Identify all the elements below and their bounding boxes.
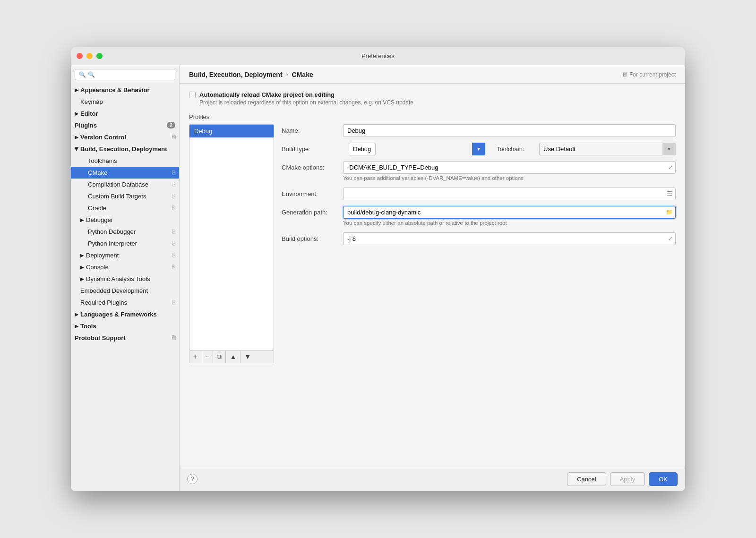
- cmake-options-row: CMake options: ⤢ You can pass additional…: [282, 161, 676, 186]
- move-down-button[interactable]: ▼: [241, 351, 255, 363]
- build-type-row: Build type: Debug ▼ Toolchain: Use Def: [282, 143, 676, 155]
- cancel-button[interactable]: Cancel: [567, 472, 606, 486]
- sidebar-item-dynamic-analysis[interactable]: ▶ Dynamic Analysis Tools: [71, 273, 179, 285]
- remove-profile-button[interactable]: −: [201, 351, 213, 363]
- help-button[interactable]: ?: [187, 474, 198, 484]
- search-box[interactable]: 🔍: [75, 69, 175, 80]
- env-icon: ☰: [667, 190, 673, 197]
- close-button[interactable]: [77, 53, 83, 59]
- sidebar-item-label: Version Control: [80, 134, 126, 141]
- sidebar-item-label: Build, Execution, Deployment: [80, 145, 167, 153]
- for-project: 🖥 For current project: [622, 71, 676, 78]
- sidebar-item-version-control[interactable]: ▶ Version Control ⎘: [71, 131, 179, 143]
- sidebar-item-embedded-dev[interactable]: Embedded Development: [71, 285, 179, 297]
- sidebar-item-python-interpreter[interactable]: Python Interpreter ⎘: [71, 238, 179, 249]
- arrow-icon: ▶: [80, 217, 84, 222]
- sidebar-item-plugins[interactable]: Plugins 2: [71, 120, 179, 131]
- sidebar-item-label: Dynamic Analysis Tools: [86, 275, 150, 282]
- project-icon: 🖥: [622, 71, 627, 78]
- window-controls: [77, 53, 103, 59]
- arrow-icon: ▶: [80, 265, 84, 270]
- autoreload-checkbox[interactable]: [189, 92, 196, 98]
- copy-icon: ⎘: [172, 264, 175, 270]
- sidebar-item-label: Required Plugins: [80, 299, 127, 306]
- window-title: Preferences: [361, 52, 395, 60]
- copy-profile-button[interactable]: ⧉: [213, 351, 226, 363]
- sidebar-item-compilation-db[interactable]: Compilation Database ⎘: [71, 179, 179, 190]
- build-options-input-wrap: ⤢: [343, 232, 676, 245]
- build-type-select-wrapper: Debug ▼: [349, 143, 485, 155]
- sidebar-item-console[interactable]: ▶ Console ⎘: [71, 261, 179, 273]
- plugins-badge: 2: [167, 122, 175, 128]
- sidebar-item-label: Deployment: [86, 252, 119, 259]
- form-area: Name: Build type: Debug ▼: [282, 124, 676, 363]
- ok-button[interactable]: OK: [649, 472, 678, 486]
- arrow-icon: ▶: [75, 135, 78, 140]
- breadcrumb-part2: CMake: [292, 71, 313, 78]
- sidebar-item-required-plugins[interactable]: Required Plugins ⎘: [71, 297, 179, 308]
- main-area: 🔍 ▶ Appearance & Behavior Keymap ▶ Edito…: [71, 65, 685, 491]
- cmake-options-input[interactable]: [343, 161, 676, 174]
- maximize-button[interactable]: [96, 53, 103, 59]
- cmake-options-input-wrap: ⤢: [343, 161, 676, 174]
- help-icon: ?: [191, 476, 194, 482]
- sidebar-item-editor[interactable]: ▶ Editor: [71, 108, 179, 120]
- gen-path-label: Generation path:: [282, 209, 343, 216]
- build-type-label: Build type:: [282, 145, 343, 153]
- sidebar-item-gradle[interactable]: Gradle ⎘: [71, 202, 179, 214]
- autoreload-row: Automatically reload CMake project on ed…: [189, 91, 676, 106]
- sidebar-item-appearance[interactable]: ▶ Appearance & Behavior: [71, 84, 179, 96]
- arrow-icon: ▶: [80, 276, 84, 282]
- profile-item-label: Debug: [194, 128, 212, 135]
- sidebar-item-label: Console: [86, 264, 109, 271]
- gen-path-input[interactable]: [343, 206, 676, 219]
- sidebar-item-protobuf[interactable]: Protobuf Support ⎘: [71, 332, 179, 344]
- environment-input[interactable]: [343, 188, 676, 200]
- search-input[interactable]: [88, 71, 171, 78]
- sidebar-item-python-debugger[interactable]: Python Debugger ⎘: [71, 226, 179, 238]
- copy-icon: ⎘: [172, 193, 175, 199]
- minimize-button[interactable]: [86, 53, 93, 59]
- copy-icon: ⎘: [172, 299, 175, 306]
- title-bar: Preferences: [71, 47, 685, 65]
- arrow-icon: ▶: [74, 147, 79, 151]
- cmake-inner: CMake options: ⤢: [282, 161, 676, 174]
- copy-icon: ⎘: [172, 205, 175, 211]
- for-project-label: For current project: [629, 71, 676, 78]
- sidebar-item-languages[interactable]: ▶ Languages & Frameworks: [71, 308, 179, 320]
- copy-icon: ⎘: [172, 181, 175, 188]
- build-options-input[interactable]: [343, 232, 676, 245]
- sidebar-item-cmake[interactable]: CMake ⎘: [71, 167, 179, 179]
- sidebar: 🔍 ▶ Appearance & Behavior Keymap ▶ Edito…: [71, 65, 180, 491]
- sidebar-item-label: Python Interpreter: [88, 240, 137, 247]
- autoreload-hint: Project is reloaded regardless of this o…: [199, 99, 413, 106]
- content-body: Automatically reload CMake project on ed…: [180, 84, 685, 467]
- sidebar-item-debugger[interactable]: ▶ Debugger: [71, 214, 179, 226]
- profiles-label: Profiles: [189, 113, 676, 120]
- sidebar-item-label: Languages & Frameworks: [80, 311, 157, 318]
- profile-item-debug[interactable]: Debug: [189, 125, 274, 137]
- gen-path-row: Generation path: 📁 You can specify eithe…: [282, 206, 676, 231]
- sidebar-item-custom-build[interactable]: Custom Build Targets ⎘: [71, 190, 179, 202]
- autoreload-text: Automatically reload CMake project on ed…: [199, 91, 413, 106]
- move-up-button[interactable]: ▲: [226, 351, 241, 363]
- apply-button[interactable]: Apply: [610, 472, 645, 486]
- sidebar-item-build-exec[interactable]: ▶ Build, Execution, Deployment: [71, 143, 179, 155]
- content-panel: Build, Execution, Deployment › CMake 🖥 F…: [180, 65, 685, 491]
- toolchain-select[interactable]: Use Default: [539, 143, 676, 155]
- sidebar-item-keymap[interactable]: Keymap: [71, 96, 179, 108]
- arrow-icon: ▶: [75, 111, 78, 116]
- sidebar-item-deployment[interactable]: ▶ Deployment ⎘: [71, 249, 179, 261]
- name-input[interactable]: [343, 124, 676, 137]
- profiles-list: Debug + − ⧉ ▲ ▼: [189, 124, 274, 363]
- cmake-hint: You can pass additional variables (-DVAR…: [343, 175, 676, 181]
- sidebar-item-toolchains[interactable]: Toolchains: [71, 155, 179, 167]
- build-type-select[interactable]: Debug: [349, 143, 376, 155]
- sidebar-item-tools[interactable]: ▶ Tools: [71, 320, 179, 332]
- add-profile-button[interactable]: +: [189, 351, 201, 363]
- environment-input-wrap: ☰: [343, 188, 676, 200]
- copy-icon: ⎘: [172, 334, 175, 341]
- toolchain-label: Toolchain:: [491, 145, 533, 153]
- gen-path-input-wrap: 📁: [343, 206, 676, 219]
- expand-icon: ⤢: [668, 164, 673, 171]
